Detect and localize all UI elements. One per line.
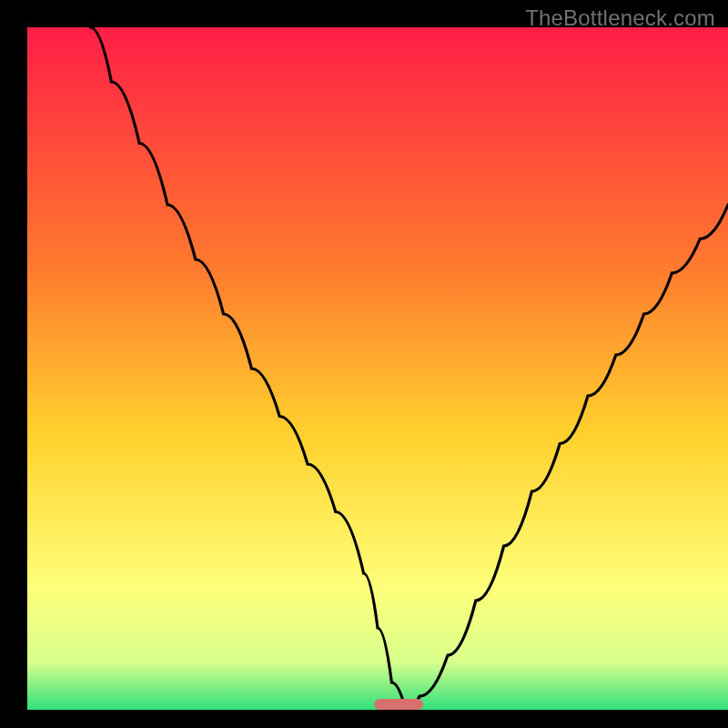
chart-frame: TheBottleneck.com [0,0,728,728]
watermark-label: TheBottleneck.com [525,5,715,31]
optimum-marker [374,699,423,710]
bottleneck-plot [0,0,728,728]
plot-background [27,27,728,710]
